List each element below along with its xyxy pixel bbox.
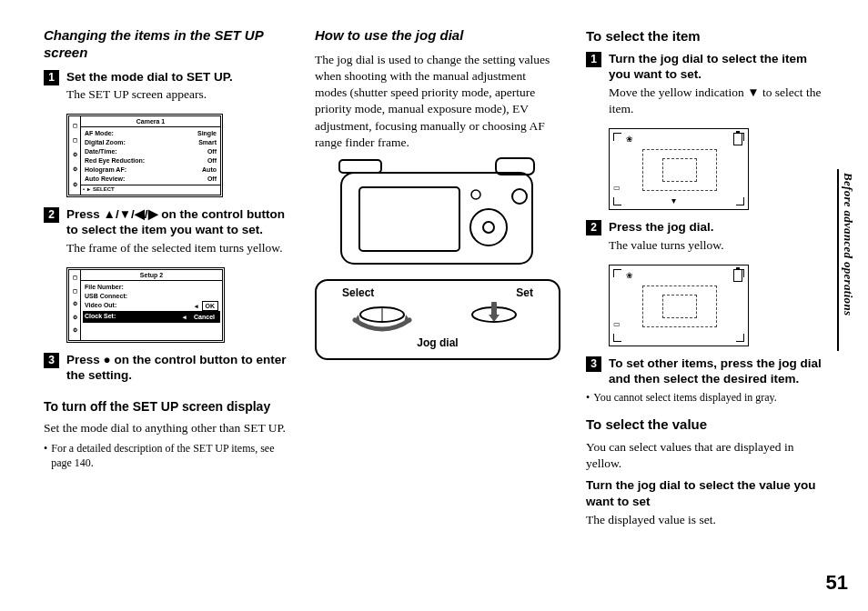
jog-select-icon: [349, 302, 415, 333]
col1-step1-bold: Set the mode dial to SET UP.: [66, 69, 289, 85]
col3-step1-body: Move the yellow indication ▼ to select t…: [609, 85, 832, 117]
wrench-icon: ⚙: [69, 315, 80, 322]
camera-icon: ◻: [69, 275, 80, 282]
wrench-icon: ⚙: [69, 182, 80, 189]
step-number-3: 3: [44, 353, 59, 368]
memory-stick-icon: ▭: [613, 184, 621, 193]
col3-step-3: 3 To set other items, press the jog dial…: [586, 356, 832, 387]
step-number-2: 2: [586, 220, 601, 235]
page-number: 51: [826, 570, 848, 596]
col1-step3-bold: Press ● on the control button to enter t…: [66, 352, 289, 384]
setup-screen-1: ◻ ◻ ⚙ ⚙ ⚙ Camera 1 AF Mode:SingleDigital…: [66, 114, 223, 196]
screen1-row: Red Eye Reduction:Off: [83, 156, 218, 165]
setup-screen-2: ◻ ◻ ⚙ ⚙ ⚙ Setup 2 File Number:USB Connec…: [66, 267, 225, 342]
col3-head2: To select the value: [586, 416, 832, 434]
camera-icon: ◻: [69, 288, 80, 295]
battery-icon: [733, 269, 742, 282]
wrench-icon: ⚙: [69, 152, 80, 159]
col1-step-3: 3 Press ● on the control button to enter…: [44, 352, 289, 384]
column-1: Changing the items in the SET UP screen …: [44, 27, 289, 593]
screen2-title: Setup 2: [81, 270, 222, 281]
svg-point-6: [512, 189, 527, 204]
col1-subhead-1: To turn off the SET UP screen display: [44, 398, 289, 415]
screen1-row: Auto Review:Off: [83, 175, 218, 184]
screen1-title: Camera 1: [81, 116, 220, 127]
screen1-row: Date/Time:Off: [83, 147, 218, 156]
macro-icon: ❀: [626, 135, 633, 145]
screen2-row: Clock Set:Cancel: [83, 311, 220, 322]
memory-stick-icon: ▭: [613, 320, 621, 329]
col2-heading: How to use the jog dial: [315, 27, 560, 45]
column-3: To select the item 1 Turn the jog dial t…: [586, 27, 832, 593]
svg-rect-2: [339, 160, 381, 173]
jog-caption: Jog dial: [326, 336, 550, 351]
svg-point-7: [471, 190, 480, 199]
col3-step-1: 1 Turn the jog dial to select the item y…: [586, 51, 832, 124]
screen1-footer: SELECT: [93, 186, 115, 194]
af-screen-1: ❀ ▾ ▭: [609, 128, 749, 210]
wrench-icon: ⚙: [69, 327, 80, 335]
screen1-row: AF Mode:Single: [83, 128, 218, 137]
screen1-row: Hologram AF:Auto: [83, 165, 218, 175]
camera-icon: ◻: [69, 137, 80, 145]
col1-sub1-body: Set the mode dial to anything other than…: [44, 420, 289, 436]
svg-point-5: [483, 222, 494, 233]
screen2-row: Video Out:OK: [83, 300, 220, 311]
wrench-icon: ⚙: [69, 301, 80, 308]
col3-step1-bold: Turn the jog dial to select the item you…: [609, 51, 832, 83]
camera-icon: ◻: [69, 123, 80, 130]
col1-step2-body: The frame of the selected item turns yel…: [66, 240, 289, 256]
col1-step1-body: The SET UP screen appears.: [66, 86, 289, 103]
wrench-icon: ⚙: [69, 166, 80, 174]
camera-diagram: [332, 156, 543, 279]
jog-set-label: Set: [516, 286, 533, 301]
col3-head1: To select the item: [586, 27, 832, 45]
jog-set-icon: [461, 302, 527, 333]
battery-icon: [733, 133, 742, 145]
jog-select-label: Select: [342, 286, 374, 301]
step-number-1: 1: [586, 52, 601, 67]
col3-head2-body: You can select values that are displayed…: [586, 439, 832, 472]
col3-step2-body: The value turns yellow.: [609, 237, 832, 254]
col3-sub-bold: Turn the jog dial to select the value yo…: [586, 477, 832, 509]
col3-sub-body: The displayed value is set.: [586, 512, 832, 528]
side-tab-label: Before advanced operations: [840, 173, 855, 316]
col1-step2-bold: Press ▲/▼/◀/▶ on the control button to s…: [66, 206, 289, 238]
col3-step2-bold: Press the jog dial.: [609, 219, 832, 235]
jog-dial-box: Select Set Jog dial: [315, 279, 560, 360]
screen2-row: File Number:: [83, 282, 220, 291]
column-2: How to use the jog dial The jog dial is …: [315, 27, 560, 593]
macro-icon: ❀: [626, 271, 633, 282]
svg-point-4: [470, 209, 507, 245]
step-number-2: 2: [44, 207, 59, 223]
camera-back-icon: [332, 156, 543, 275]
col3-note-1: • You cannot select items displayed in g…: [586, 391, 832, 406]
select-dots-icon: [83, 186, 86, 194]
step-number-3: 3: [586, 356, 601, 372]
select-arrow-icon: [87, 186, 91, 194]
col1-step-1: 1 Set the mode dial to SET UP. The SET U…: [44, 69, 289, 109]
screen1-row: Digital Zoom:Smart: [83, 137, 218, 146]
col3-step-2: 2 Press the jog dial. The value turns ye…: [586, 219, 832, 259]
col3-step3-bold: To set other items, press the jog dial a…: [609, 356, 832, 387]
col1-note-1: • For a detailed description of the SET …: [44, 442, 289, 470]
col1-heading: Changing the items in the SET UP screen: [44, 27, 289, 62]
col2-body: The jog dial is used to change the setti…: [315, 52, 560, 151]
af-screen-2: ❀ ▭: [609, 265, 749, 346]
svg-rect-1: [359, 187, 459, 251]
side-tab-bar: [837, 169, 839, 351]
svg-marker-12: [489, 315, 500, 322]
screen2-row: USB Connect:: [83, 291, 220, 300]
col1-step-2: 2 Press ▲/▼/◀/▶ on the control button to…: [44, 206, 289, 262]
down-arrow-icon: ▾: [671, 195, 676, 206]
step-number-1: 1: [44, 70, 59, 85]
